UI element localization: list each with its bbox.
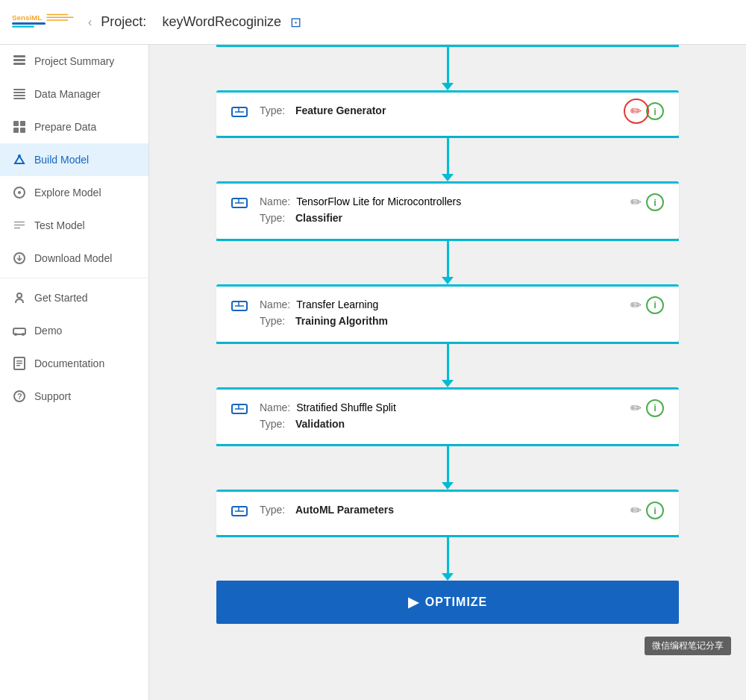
sidebar-item-documentation[interactable]: Documentation — [0, 347, 148, 380]
sidebar-item-prepare-data[interactable]: Prepare Data — [0, 110, 148, 143]
documentation-icon — [12, 356, 27, 371]
card-top-border — [216, 490, 679, 492]
svg-point-24 — [22, 333, 25, 336]
sidebar-label-documentation: Documentation — [34, 357, 104, 369]
sensiml-logo: SensiML — [12, 9, 79, 36]
connector-line-3 — [447, 344, 449, 381]
logo: SensiML — [12, 9, 79, 36]
card-field-type: Type: Validation — [260, 416, 618, 432]
sidebar-divider — [0, 278, 148, 278]
svg-rect-2 — [12, 25, 34, 27]
card-actions: ✏ i — [630, 296, 664, 314]
sidebar-item-get-started[interactable]: Get Started — [0, 281, 148, 314]
svg-rect-13 — [13, 121, 19, 126]
svg-point-23 — [14, 333, 17, 336]
edit-icon[interactable]: ✏ — [630, 297, 642, 313]
svg-rect-27 — [16, 363, 22, 364]
field-value-automl: AutoML Parameters — [295, 501, 394, 518]
info-icon[interactable]: i — [646, 102, 664, 120]
sidebar-item-build-model[interactable]: Build Model — [0, 143, 148, 176]
edit-icon[interactable]: ✏ — [630, 103, 642, 119]
card-content: Type: Feature Generator ✏ i — [231, 102, 664, 124]
sidebar-item-test-model[interactable]: Test Model — [0, 209, 148, 242]
field-label-type: Type: — [260, 210, 289, 226]
connector-arrow-0 — [442, 83, 454, 90]
card-fields: Name: Stratified Shuffle Split Type: Val… — [260, 399, 618, 433]
sidebar-item-data-manager[interactable]: Data Manager — [0, 78, 148, 110]
connector-1 — [216, 138, 679, 181]
svg-point-17 — [18, 154, 21, 157]
field-label-name: Name: — [260, 193, 290, 210]
svg-rect-28 — [16, 365, 20, 366]
field-value-type: Training Algorithm — [295, 313, 388, 329]
connector-arrow-1 — [442, 174, 454, 181]
sidebar-label-build-model: Build Model — [34, 154, 89, 166]
step-icon — [231, 195, 248, 215]
svg-rect-14 — [20, 121, 25, 126]
svg-rect-1 — [12, 22, 46, 25]
card-top-border — [216, 284, 679, 287]
connector-line-4 — [447, 446, 449, 484]
sidebar-toggle[interactable]: ‹ — [88, 16, 92, 29]
demo-icon — [12, 323, 27, 338]
info-icon[interactable]: i — [646, 501, 664, 519]
connector-0 — [216, 47, 679, 90]
svg-rect-6 — [13, 55, 25, 57]
info-icon[interactable]: i — [646, 399, 664, 417]
svg-rect-12 — [13, 98, 25, 99]
sidebar-label-demo: Demo — [34, 325, 62, 337]
card-field-name: Name: Transfer Learning — [260, 296, 618, 313]
card-actions: ✏ i — [630, 501, 664, 519]
card-top-border — [216, 181, 679, 184]
sidebar-item-download-model[interactable]: Download Model — [0, 242, 148, 275]
sidebar-item-demo[interactable]: Demo — [0, 314, 148, 347]
field-label-type: Type: — [260, 313, 289, 329]
project-link-icon[interactable]: ⊡ — [290, 14, 301, 31]
field-value-name: Transfer Learning — [296, 296, 378, 313]
card-content: Name: Stratified Shuffle Split Type: Val… — [231, 399, 664, 433]
optimize-button[interactable]: ▶ OPTIMIZE — [216, 581, 679, 624]
connector-line-2 — [447, 241, 449, 278]
card-actions: ✏ i — [630, 193, 664, 211]
info-icon[interactable]: i — [646, 296, 664, 314]
connector-3 — [216, 344, 679, 387]
project-title: Project: keyWordRecoginize — [101, 14, 281, 30]
info-icon[interactable]: i — [646, 193, 664, 211]
pipeline-container: Type: Feature Generator ✏ i — [149, 45, 746, 639]
sidebar-item-project-summary[interactable]: Project Summary — [0, 45, 148, 78]
get-started-icon — [12, 290, 27, 305]
sidebar-label-prepare-data: Prepare Data — [34, 121, 96, 133]
sidebar-label-test-model: Test Model — [34, 219, 85, 231]
card-top-border — [216, 90, 679, 93]
edit-icon[interactable]: ✏ — [630, 502, 642, 519]
field-label-type: Type: — [260, 501, 289, 518]
card-content: Name: TensorFlow Lite for Microcontrolle… — [231, 193, 664, 227]
field-value-feature-generator: Feature Generator — [295, 102, 386, 119]
connector-arrow-4 — [442, 482, 454, 490]
test-model-icon — [12, 218, 27, 233]
sidebar-label-download-model: Download Model — [34, 252, 112, 264]
sidebar-label-support: Support — [34, 390, 71, 402]
sidebar-item-explore-model[interactable]: Explore Model — [0, 176, 148, 209]
connector-5 — [216, 537, 679, 581]
optimize-label: OPTIMIZE — [425, 596, 488, 609]
sidebar-item-support[interactable]: ? Support — [0, 380, 148, 413]
field-label-name: Name: — [260, 296, 290, 313]
svg-rect-9 — [13, 89, 25, 90]
card-top-border — [216, 387, 679, 390]
field-value-type: Classifier — [295, 210, 342, 226]
edit-icon[interactable]: ✏ — [630, 194, 642, 210]
connector-line-0 — [447, 47, 449, 84]
field-label-name: Name: — [260, 399, 290, 416]
edit-icon[interactable]: ✏ — [630, 400, 642, 416]
prepare-data-icon — [12, 119, 27, 134]
card-content: Name: Transfer Learning Type: Training A… — [231, 296, 664, 330]
card-fields: Type: Feature Generator — [260, 102, 618, 119]
project-summary-icon — [12, 54, 27, 69]
card-fields: Type: AutoML Parameters — [260, 501, 618, 518]
field-value-name: Stratified Shuffle Split — [296, 399, 396, 416]
svg-rect-10 — [13, 92, 25, 93]
svg-rect-8 — [13, 63, 25, 65]
step-icon — [231, 503, 248, 523]
svg-rect-15 — [13, 128, 19, 133]
